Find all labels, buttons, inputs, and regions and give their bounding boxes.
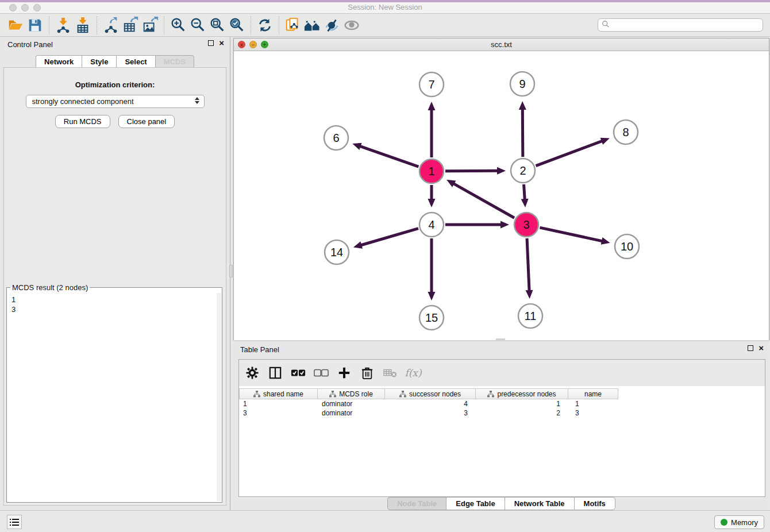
table-row[interactable]: 3 dominator 3 2 3 (239, 408, 765, 418)
select-all-rows-icon[interactable] (291, 365, 306, 380)
save-session-icon[interactable] (25, 16, 45, 35)
network-view-window: x − + scc.txt 7968124314101511 (233, 38, 769, 340)
graph-edge-3-10[interactable] (540, 228, 603, 241)
cell-predecessor-nodes[interactable]: 1 (476, 400, 568, 408)
optimization-criterion-label: Optimization criterion: (4, 80, 226, 89)
cell-successor-nodes[interactable]: 4 (385, 400, 476, 408)
first-neighbors-icon[interactable] (303, 16, 322, 35)
criterion-dropdown[interactable]: strongly connected component (26, 95, 205, 108)
graph-edge-arrowhead (519, 101, 526, 110)
main-toolbar (0, 14, 770, 37)
graph-node-label-10: 10 (621, 240, 633, 253)
column-header-predecessor-nodes[interactable]: predecessor nodes (476, 388, 568, 399)
graph-edge-2-8[interactable] (536, 141, 602, 166)
mcds-result-box: MCDS result (2 nodes) 1 3 (6, 283, 222, 503)
export-image-icon[interactable] (140, 16, 160, 35)
new-network-from-selection-icon[interactable] (283, 16, 303, 35)
tab-select[interactable]: Select (116, 55, 155, 68)
close-panel-button[interactable]: Close panel (118, 115, 175, 128)
open-file-icon[interactable] (6, 16, 25, 35)
result-scrollbar[interactable] (217, 293, 221, 501)
graph-edge-1-2[interactable] (445, 171, 498, 171)
tab-mcds[interactable]: MCDS (155, 55, 194, 68)
zoom-selected-icon[interactable] (227, 16, 247, 35)
tab-style[interactable]: Style (82, 55, 116, 68)
graph-edge-arrowhead (526, 290, 533, 299)
cell-successor-nodes[interactable]: 3 (385, 409, 476, 417)
export-table-icon[interactable] (121, 16, 140, 35)
column-type-icon (399, 391, 406, 398)
float-table-panel-icon[interactable] (748, 345, 753, 351)
close-table-panel-icon[interactable]: × (759, 345, 764, 351)
create-column-plus-icon[interactable] (337, 365, 352, 380)
zoom-in-icon[interactable] (168, 16, 188, 35)
cell-name[interactable]: 3 (568, 409, 618, 417)
memory-button[interactable]: Memory (714, 515, 764, 529)
hide-selected-icon[interactable] (322, 16, 342, 35)
import-table-icon[interactable] (73, 16, 93, 35)
cell-mcds-role[interactable]: dominator (318, 409, 385, 417)
graph-edge-4-14[interactable] (360, 229, 418, 245)
table-settings-gear-icon[interactable] (245, 365, 260, 380)
table-row[interactable]: 1 dominator 4 1 1 (239, 399, 765, 408)
run-mcds-button[interactable]: Run MCDS (55, 115, 110, 128)
tab-node-table[interactable]: Node Table (387, 497, 446, 510)
refresh-icon[interactable] (255, 16, 275, 35)
network-canvas[interactable]: 7968124314101511 (234, 51, 769, 340)
zoom-out-icon[interactable] (188, 16, 207, 35)
graph-edge-arrowhead (353, 241, 363, 248)
node-table-container: f(x) shared name MCDS role successor nod… (238, 359, 765, 497)
network-window-titlebar[interactable]: x − + scc.txt (234, 38, 769, 51)
mcds-result-title: MCDS result (2 nodes) (10, 283, 90, 292)
graph-node-label-15: 15 (425, 311, 438, 324)
cell-shared-name[interactable]: 3 (239, 409, 318, 417)
search-input[interactable] (612, 21, 759, 29)
table-toolbar: f(x) (239, 360, 765, 386)
network-graph[interactable]: 7968124314101511 (234, 51, 769, 340)
mcds-result-line: 3 (11, 304, 217, 314)
splitter-handle-vertical[interactable] (229, 265, 233, 277)
graph-edge-2-3[interactable] (524, 184, 525, 200)
node-table: shared name MCDS role successor nodes pr… (239, 388, 765, 418)
cell-mcds-role[interactable]: dominator (318, 400, 385, 408)
tab-motifs[interactable]: Motifs (574, 497, 615, 510)
show-all-icon[interactable] (342, 16, 361, 35)
column-header-successor-nodes[interactable]: successor nodes (385, 388, 476, 399)
graph-edge-2-9[interactable] (522, 109, 523, 157)
status-bar: Memory (0, 510, 770, 532)
table-panel-title: Table Panel (240, 345, 279, 354)
tab-edge-table[interactable]: Edge Table (446, 497, 504, 510)
cell-shared-name[interactable]: 1 (239, 400, 318, 408)
tab-network[interactable]: Network (36, 55, 82, 68)
graph-edge-arrowhead (500, 221, 509, 229)
graph-edge-3-11[interactable] (527, 238, 529, 291)
column-header-shared-name[interactable]: shared name (239, 388, 318, 399)
show-column-panel-icon[interactable] (268, 365, 283, 380)
delete-column-trash-icon[interactable] (360, 365, 375, 380)
task-history-button[interactable] (7, 515, 22, 529)
search-box[interactable] (598, 18, 763, 32)
graph-edge-arrowhead (601, 237, 610, 245)
graph-node-label-1: 1 (428, 165, 434, 178)
zoom-fit-icon[interactable] (207, 16, 227, 35)
graph-node-label-14: 14 (330, 246, 343, 259)
search-icon (602, 20, 610, 30)
graph-edge-3-1[interactable] (453, 183, 514, 218)
column-header-name[interactable]: name (568, 388, 618, 399)
cell-predecessor-nodes[interactable]: 2 (476, 409, 568, 417)
deselect-all-rows-icon[interactable] (314, 365, 329, 380)
close-panel-icon[interactable]: × (219, 40, 224, 46)
export-network-icon[interactable] (101, 16, 121, 35)
network-window-title: scc.txt (234, 40, 769, 49)
control-panel-tabs: Network Style Select MCDS (0, 55, 230, 68)
splitter-handle-horizontal[interactable] (496, 338, 505, 341)
cell-name[interactable]: 1 (568, 400, 618, 408)
column-header-mcds-role[interactable]: MCDS role (318, 388, 385, 399)
graph-edge-1-6[interactable] (360, 146, 419, 167)
graph-edge-arrowhead (497, 167, 506, 175)
tab-network-table[interactable]: Network Table (505, 497, 574, 510)
memory-status-icon (721, 519, 727, 526)
float-panel-icon[interactable] (208, 40, 214, 46)
import-network-icon[interactable] (53, 16, 73, 35)
memory-label: Memory (731, 518, 758, 527)
